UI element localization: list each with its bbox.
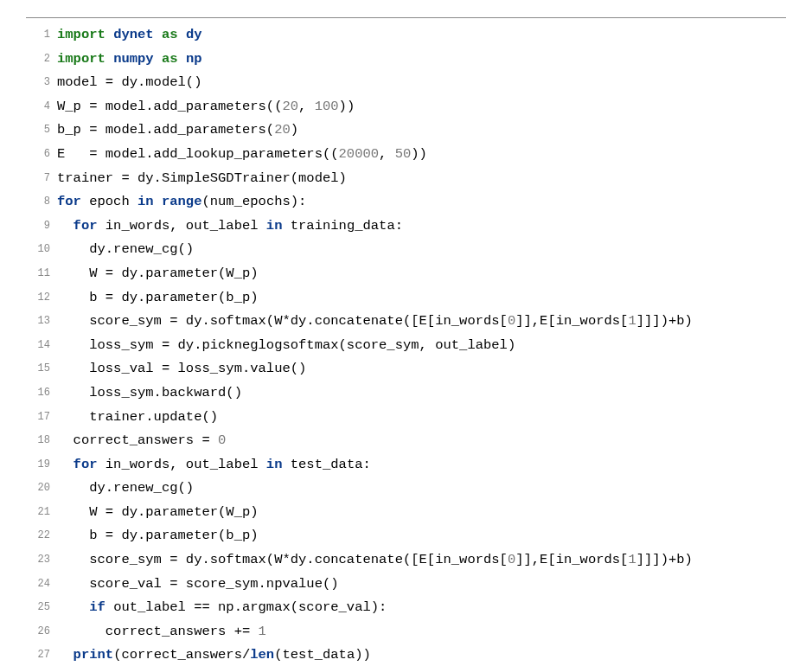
code-content: print(correct_answers/len(test_data)): [57, 644, 786, 666]
code-line: 15 loss_val = loss_sym.value(): [26, 357, 786, 381]
code-content: dy.renew_cg(): [57, 477, 786, 501]
code-line: 24 score_val = score_sym.npvalue(): [26, 573, 786, 597]
line-number: 26: [26, 620, 57, 644]
code-line: 14 loss_sym = dy.pickneglogsoftmax(score…: [26, 334, 786, 358]
line-number: 22: [26, 524, 57, 548]
line-number: 14: [26, 334, 57, 358]
line-number: 1: [26, 23, 57, 48]
code-line: 5b_p = model.add_parameters(20): [26, 118, 786, 143]
code-line: 1import dynet as dy: [26, 23, 786, 48]
code-content: score_sym = dy.softmax(W*dy.concatenate(…: [57, 548, 786, 573]
line-number: 12: [26, 286, 57, 311]
code-content: E = model.add_lookup_parameters((20000, …: [57, 143, 786, 167]
code-content: trainer.update(): [57, 406, 786, 430]
line-number: 25: [26, 596, 57, 620]
code-content: W = dy.parameter(W_p): [57, 501, 786, 525]
line-number: 6: [26, 143, 57, 167]
line-number: 5: [26, 118, 57, 143]
code-line: 7trainer = dy.SimpleSGDTrainer(model): [26, 167, 786, 191]
code-line: 2import numpy as np: [26, 48, 786, 72]
code-content: b = dy.parameter(b_p): [57, 524, 786, 548]
code-content: W_p = model.add_parameters((20, 100)): [57, 95, 786, 119]
code-content: if out_label == np.argmax(score_val):: [57, 596, 786, 620]
line-number: 19: [26, 453, 57, 477]
code-content: b_p = model.add_parameters(20): [57, 118, 786, 143]
code-content: for in_words, out_label in test_data:: [57, 453, 786, 477]
code-line: 16 loss_sym.backward(): [26, 381, 786, 406]
code-line: 11 W = dy.parameter(W_p): [26, 262, 786, 286]
line-number: 27: [26, 644, 57, 666]
code-content: trainer = dy.SimpleSGDTrainer(model): [57, 167, 786, 191]
code-content: import dynet as dy: [57, 23, 786, 48]
line-number: 13: [26, 310, 57, 334]
code-line: 18 correct_answers = 0: [26, 429, 786, 453]
code-content: score_sym = dy.softmax(W*dy.concatenate(…: [57, 310, 786, 334]
code-line: 19 for in_words, out_label in test_data:: [26, 453, 786, 477]
code-content: loss_val = loss_sym.value(): [57, 357, 786, 381]
line-number: 24: [26, 573, 57, 597]
line-number: 18: [26, 429, 57, 453]
line-number: 15: [26, 357, 57, 381]
code-content: loss_sym = dy.pickneglogsoftmax(score_sy…: [57, 334, 786, 358]
code-line: 25 if out_label == np.argmax(score_val):: [26, 596, 786, 620]
line-number: 4: [26, 95, 57, 119]
code-listing: 1import dynet as dy2import numpy as np3m…: [26, 17, 786, 666]
code-content: loss_sym.backward(): [57, 381, 786, 406]
line-number: 17: [26, 406, 57, 430]
code-content: for in_words, out_label in training_data…: [57, 215, 786, 239]
code-lines: 1import dynet as dy2import numpy as np3m…: [26, 23, 786, 666]
line-number: 2: [26, 48, 57, 72]
line-number: 9: [26, 215, 57, 239]
code-line: 8for epoch in range(num_epochs):: [26, 190, 786, 215]
code-content: score_val = score_sym.npvalue(): [57, 573, 786, 597]
code-content: import numpy as np: [57, 48, 786, 72]
line-number: 11: [26, 262, 57, 286]
line-number: 8: [26, 190, 57, 215]
code-line: 27 print(correct_answers/len(test_data)): [26, 644, 786, 666]
code-line: 12 b = dy.parameter(b_p): [26, 286, 786, 311]
code-line: 20 dy.renew_cg(): [26, 477, 786, 501]
line-number: 21: [26, 501, 57, 525]
code-content: W = dy.parameter(W_p): [57, 262, 786, 286]
line-number: 23: [26, 548, 57, 573]
line-number: 3: [26, 71, 57, 95]
code-line: 3model = dy.model(): [26, 71, 786, 95]
code-content: for epoch in range(num_epochs):: [57, 190, 786, 215]
code-line: 6E = model.add_lookup_parameters((20000,…: [26, 143, 786, 167]
code-content: dy.renew_cg(): [57, 238, 786, 262]
code-line: 9 for in_words, out_label in training_da…: [26, 215, 786, 239]
code-line: 21 W = dy.parameter(W_p): [26, 501, 786, 525]
code-line: 22 b = dy.parameter(b_p): [26, 524, 786, 548]
line-number: 7: [26, 167, 57, 191]
line-number: 16: [26, 381, 57, 406]
code-line: 26 correct_answers += 1: [26, 620, 786, 644]
line-number: 10: [26, 238, 57, 262]
code-content: model = dy.model(): [57, 71, 786, 95]
code-line: 17 trainer.update(): [26, 406, 786, 430]
code-content: b = dy.parameter(b_p): [57, 286, 786, 311]
code-line: 13 score_sym = dy.softmax(W*dy.concatena…: [26, 310, 786, 334]
code-line: 4W_p = model.add_parameters((20, 100)): [26, 95, 786, 119]
code-line: 10 dy.renew_cg(): [26, 238, 786, 262]
code-content: correct_answers += 1: [57, 620, 786, 644]
code-line: 23 score_sym = dy.softmax(W*dy.concatena…: [26, 548, 786, 573]
line-number: 20: [26, 477, 57, 501]
code-content: correct_answers = 0: [57, 429, 786, 453]
